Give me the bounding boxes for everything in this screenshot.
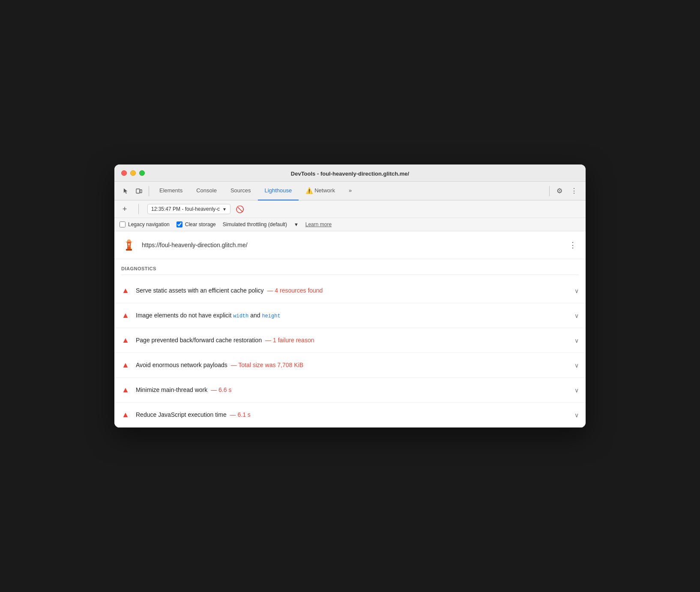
chevron-down-icon: ∨ — [574, 287, 579, 294]
chevron-down-icon: ∨ — [574, 312, 579, 319]
page-url: https://foul-heavenly-direction.glitch.m… — [142, 242, 562, 248]
chevron-down-icon: ∨ — [574, 337, 579, 344]
close-button[interactable] — [121, 170, 127, 176]
diag-item-text: Minimize main-thread work — 6.6 s — [136, 386, 568, 395]
diagnostics-section: DIAGNOSTICS — [114, 259, 586, 278]
diag-item-text: Serve static assets with an efficient ca… — [136, 287, 568, 295]
svg-marker-4 — [126, 242, 127, 243]
url-more-button[interactable]: ⋮ — [567, 239, 579, 251]
tab-sources[interactable]: Sources — [224, 182, 258, 200]
tab-elements[interactable]: Elements — [153, 182, 189, 200]
list-item[interactable]: ▲ Image elements do not have explicit wi… — [114, 303, 586, 328]
toolbar-right-separator — [549, 186, 550, 196]
throttle-dropdown-arrow[interactable]: ▼ — [294, 222, 299, 227]
svg-point-3 — [127, 239, 131, 242]
inspect-element-button[interactable] — [120, 185, 132, 197]
list-item[interactable]: ▲ Avoid enormous network payloads — Tota… — [114, 353, 586, 378]
chevron-down-icon: ∨ — [574, 362, 579, 369]
more-options-button[interactable]: ⋮ — [568, 185, 580, 197]
devtools-toolbar: Elements Console Sources Lighthouse ⚠️ N… — [114, 182, 586, 200]
chevron-down-icon: ∨ — [574, 387, 579, 394]
svg-rect-8 — [127, 246, 131, 247]
window-title: DevTools - foul-heavenly-direction.glitc… — [291, 170, 409, 177]
secondary-toolbar: + 12:35:47 PM - foul-heavenly-c ▼ 🚫 — [114, 200, 586, 218]
traffic-lights — [121, 170, 145, 176]
settings-button[interactable]: ⚙ — [553, 185, 566, 197]
secondary-sep — [138, 204, 139, 214]
svg-rect-7 — [128, 243, 130, 245]
warning-triangle-icon: ▲ — [121, 410, 130, 419]
no-entry-icon[interactable]: 🚫 — [236, 205, 244, 213]
toolbar-right: ⚙ ⋮ — [553, 185, 580, 197]
content-area: https://foul-heavenly-direction.glitch.m… — [114, 231, 586, 428]
svg-marker-5 — [131, 242, 132, 243]
diagnostics-list: ▲ Serve static assets with an efficient … — [114, 278, 586, 428]
chevron-down-icon: ∨ — [574, 412, 579, 419]
clear-storage-checkbox[interactable] — [176, 221, 182, 227]
tab-list: Elements Console Sources Lighthouse ⚠️ N… — [153, 182, 546, 200]
legacy-navigation-label[interactable]: Legacy navigation — [120, 221, 170, 227]
device-toggle-button[interactable] — [132, 185, 145, 197]
diag-item-text: Page prevented back/forward cache restor… — [136, 336, 568, 345]
maximize-button[interactable] — [139, 170, 145, 176]
url-header-row: https://foul-heavenly-direction.glitch.m… — [114, 231, 586, 259]
tab-more[interactable]: » — [342, 182, 359, 200]
network-warning-icon: ⚠️ — [305, 187, 313, 194]
title-bar: DevTools - foul-heavenly-direction.glitc… — [114, 164, 586, 182]
toolbar-separator — [149, 186, 149, 196]
list-item[interactable]: ▲ Serve static assets with an efficient … — [114, 278, 586, 303]
tab-network[interactable]: ⚠️ Network — [299, 182, 342, 200]
add-recording-button[interactable]: + — [120, 204, 130, 214]
clear-storage-label[interactable]: Clear storage — [176, 221, 216, 227]
device-icon — [135, 188, 142, 194]
warning-triangle-icon: ▲ — [121, 311, 130, 320]
list-item[interactable]: ▲ Minimize main-thread work — 6.6 s ∨ — [114, 378, 586, 403]
svg-rect-6 — [126, 249, 132, 251]
options-bar: Legacy navigation Clear storage Simulate… — [114, 218, 586, 231]
warning-triangle-icon: ▲ — [121, 286, 130, 295]
diag-item-text: Image elements do not have explicit widt… — [136, 311, 568, 320]
devtools-window: DevTools - foul-heavenly-direction.glitc… — [114, 164, 586, 428]
learn-more-link[interactable]: Learn more — [305, 221, 332, 227]
list-item[interactable]: ▲ Page prevented back/forward cache rest… — [114, 328, 586, 353]
cursor-icon — [123, 188, 129, 194]
diagnostics-divider — [121, 275, 579, 275]
warning-triangle-icon: ▲ — [121, 386, 130, 395]
warning-triangle-icon: ▲ — [121, 361, 130, 370]
legacy-navigation-checkbox[interactable] — [120, 221, 126, 227]
lighthouse-logo-icon — [121, 237, 137, 253]
diag-item-text: Reduce JavaScript execution time — 6.1 s — [136, 411, 568, 419]
diagnostics-title: DIAGNOSTICS — [121, 266, 579, 271]
diag-item-text: Avoid enormous network payloads — Total … — [136, 361, 568, 370]
throttle-label: Simulated throttling (default) — [223, 221, 287, 227]
minimize-button[interactable] — [130, 170, 136, 176]
warning-triangle-icon: ▲ — [121, 336, 130, 345]
chevron-down-icon: ▼ — [222, 207, 227, 212]
tab-lighthouse[interactable]: Lighthouse — [258, 182, 299, 200]
svg-rect-1 — [140, 190, 142, 193]
recording-selector[interactable]: 12:35:47 PM - foul-heavenly-c ▼ — [147, 204, 230, 214]
svg-rect-0 — [136, 189, 140, 193]
list-item[interactable]: ▲ Reduce JavaScript execution time — 6.1… — [114, 403, 586, 428]
tab-console[interactable]: Console — [189, 182, 224, 200]
